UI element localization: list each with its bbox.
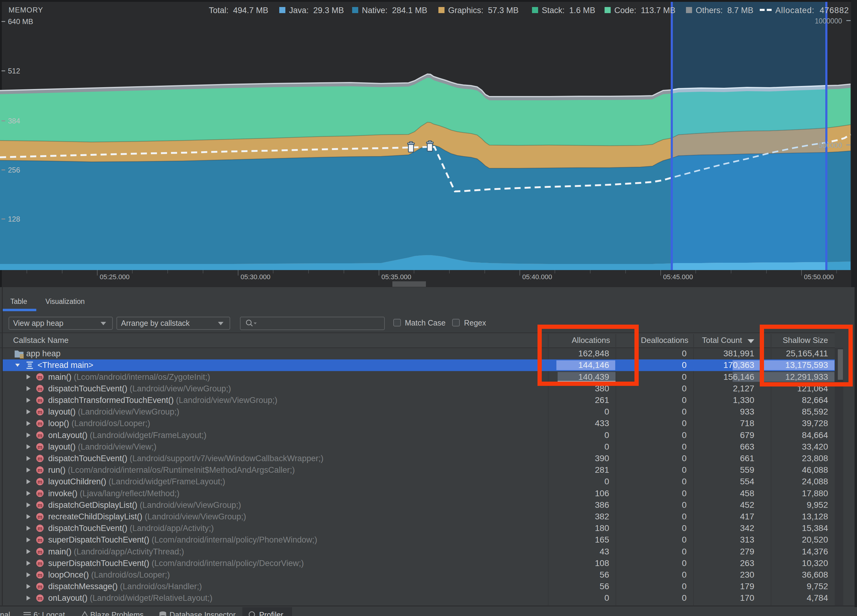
svg-text:superDispatchTouchEvent() (Lco: superDispatchTouchEvent() (Lcom/android/… [48, 535, 317, 544]
svg-text:9,952: 9,952 [807, 500, 828, 509]
svg-text:452: 452 [740, 500, 754, 509]
svg-text:263: 263 [740, 558, 754, 568]
svg-text:458: 458 [740, 489, 754, 498]
svg-text:main() (Landroid/app/ActivityT: main() (Landroid/app/ActivityThread;) [48, 547, 184, 556]
svg-text:0: 0 [682, 593, 687, 602]
svg-text:05:40.000: 05:40.000 [522, 273, 552, 281]
svg-text:Shallow Size: Shallow Size [783, 336, 828, 345]
svg-text:Graphics: 57.3 MB: Graphics: 57.3 MB [448, 6, 518, 15]
svg-text:m: m [37, 456, 42, 462]
svg-text:24,088: 24,088 [802, 477, 828, 486]
svg-text:559: 559 [740, 465, 754, 475]
svg-text:661: 661 [740, 454, 754, 463]
svg-text:recreateChildDisplayList() (La: recreateChildDisplayList() (Landroid/vie… [48, 512, 246, 521]
svg-text:Total: 494.7 MB: Total: 494.7 MB [209, 6, 268, 15]
svg-text:417: 417 [740, 512, 754, 521]
svg-text:Allocations: Allocations [572, 336, 610, 345]
svg-text:onLayout() (Landroid/widget/Fr: onLayout() (Landroid/widget/FrameLayout;… [48, 431, 206, 440]
svg-text:m: m [37, 525, 42, 531]
svg-text:0: 0 [682, 547, 687, 556]
svg-text:m: m [37, 549, 42, 555]
svg-text:14,376: 14,376 [802, 547, 828, 556]
svg-text:9,752: 9,752 [807, 582, 828, 591]
svg-text:144,146: 144,146 [579, 360, 609, 370]
svg-text:m: m [37, 444, 42, 450]
svg-text:main() (Lcom/android/internal/: main() (Lcom/android/internal/os/ZygoteI… [48, 372, 210, 381]
svg-text:1,330: 1,330 [733, 395, 754, 405]
svg-text:108: 108 [595, 558, 609, 568]
svg-text:1000000: 1000000 [815, 17, 842, 25]
svg-text:05:45.000: 05:45.000 [663, 273, 693, 281]
svg-text:Others: 8.7 MB: Others: 8.7 MB [696, 6, 753, 15]
svg-text:0: 0 [682, 372, 687, 381]
svg-text:382: 382 [595, 512, 609, 521]
svg-text:156,146: 156,146 [724, 372, 754, 381]
svg-text:56: 56 [600, 570, 609, 579]
svg-text:m: m [37, 537, 42, 543]
svg-text:0: 0 [682, 360, 687, 370]
svg-text:0: 0 [682, 384, 687, 393]
svg-text:superDispatchTouchEvent() (Lco: superDispatchTouchEvent() (Lcom/android/… [48, 559, 304, 568]
svg-text:MEMORY: MEMORY [9, 6, 43, 14]
svg-text:384: 384 [8, 117, 20, 125]
svg-text:0: 0 [682, 395, 687, 405]
svg-text:0: 0 [682, 489, 687, 498]
svg-text:0: 0 [682, 454, 687, 463]
svg-text:33,420: 33,420 [802, 442, 828, 451]
svg-text:23,808: 23,808 [802, 454, 828, 463]
svg-text:433: 433 [595, 418, 609, 428]
svg-text:Stack: 1.6 MB: Stack: 1.6 MB [542, 6, 596, 15]
svg-text:layout() (Landroid/view/ViewGr: layout() (Landroid/view/ViewGroup;) [48, 407, 179, 416]
svg-text:m: m [37, 572, 42, 578]
svg-text:Profiler: Profiler [259, 610, 283, 616]
svg-text:12,291,933: 12,291,933 [785, 372, 828, 381]
svg-text:13,175,593: 13,175,593 [785, 360, 828, 370]
svg-text:84,664: 84,664 [802, 431, 828, 440]
svg-text:Callstack Name: Callstack Name [13, 336, 69, 345]
svg-text:m: m [37, 397, 42, 404]
svg-text:05:35.000: 05:35.000 [381, 273, 411, 281]
svg-text:0: 0 [682, 535, 687, 544]
svg-text:679: 679 [740, 431, 754, 440]
svg-text:Deallocations: Deallocations [641, 336, 688, 345]
svg-text:381,991: 381,991 [724, 349, 754, 358]
svg-text:0: 0 [604, 442, 609, 451]
svg-text:dispatchTouchEvent() (Landroid: dispatchTouchEvent() (Landroid/app/Activ… [48, 523, 214, 533]
svg-text:layoutChildren() (Landroid/wid: layoutChildren() (Landroid/widget/FrameL… [48, 477, 225, 486]
svg-text:180: 180 [595, 523, 609, 533]
svg-text:Table: Table [10, 298, 27, 306]
svg-text:36,608: 36,608 [802, 570, 828, 579]
svg-text:640 MB: 640 MB [8, 17, 33, 26]
svg-text:m: m [37, 514, 42, 520]
svg-text:run() (Lcom/android/internal/o: run() (Lcom/android/internal/os/RuntimeI… [48, 465, 295, 475]
svg-text:Regex: Regex [464, 318, 486, 327]
svg-text:m: m [37, 479, 42, 485]
svg-text:loop() (Landroid/os/Looper;): loop() (Landroid/os/Looper;) [48, 419, 150, 428]
svg-text:m: m [37, 491, 42, 497]
svg-text:dispatchTouchEvent() (Landroid: dispatchTouchEvent() (Landroid/support/v… [48, 454, 323, 463]
svg-text:0: 0 [682, 558, 687, 568]
svg-text:165: 165 [595, 535, 609, 544]
svg-text:390: 390 [595, 454, 609, 463]
svg-text:313: 313 [740, 535, 754, 544]
svg-text:46,088: 46,088 [802, 465, 828, 475]
svg-text:0: 0 [682, 523, 687, 533]
svg-text:0: 0 [682, 512, 687, 521]
svg-text:230: 230 [740, 570, 754, 579]
svg-text:933: 933 [740, 407, 754, 416]
svg-text:Java: 29.3 MB: Java: 29.3 MB [289, 6, 344, 15]
svg-text:4,784: 4,784 [807, 593, 828, 602]
svg-text:app heap: app heap [26, 349, 61, 358]
svg-text:0: 0 [604, 431, 609, 440]
svg-text:0: 0 [682, 407, 687, 416]
svg-text:View app heap: View app heap [13, 319, 63, 327]
svg-text:0: 0 [604, 477, 609, 486]
svg-text:0: 0 [682, 442, 687, 451]
svg-text:m: m [37, 584, 42, 590]
svg-text:43: 43 [600, 547, 609, 556]
svg-text:m: m [37, 502, 42, 508]
svg-text:0: 0 [682, 582, 687, 591]
svg-text:13,128: 13,128 [802, 512, 828, 521]
svg-text:m: m [37, 409, 42, 415]
svg-text:39,728: 39,728 [802, 418, 828, 428]
